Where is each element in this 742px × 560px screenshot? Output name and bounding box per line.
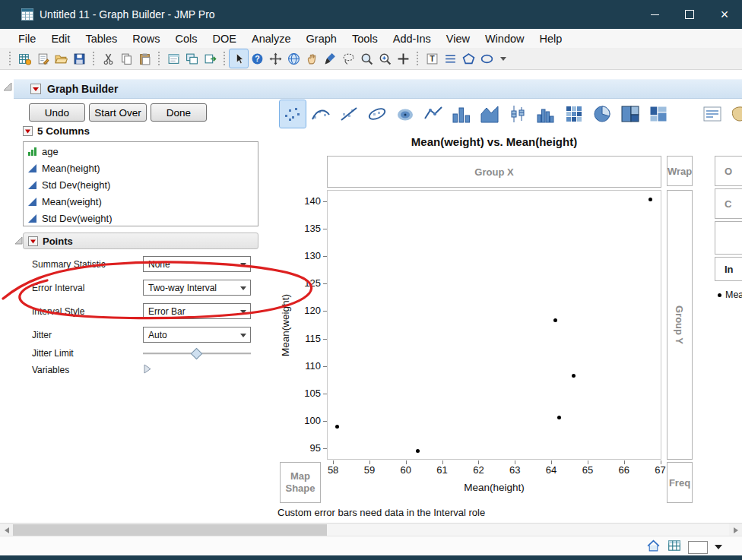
y-tick-mark — [323, 421, 327, 422]
y-tick-mark — [323, 201, 327, 202]
y-tick-mark — [323, 256, 327, 257]
x-tick-label: 67 — [649, 464, 672, 476]
x-tick-mark — [369, 460, 370, 464]
zone-label: Map Shape — [281, 470, 320, 495]
x-tick-mark — [406, 460, 407, 464]
home-icon[interactable] — [646, 539, 661, 555]
chart-area: Mean(weight) vs. Mean(height) Group X Wr… — [0, 0, 742, 560]
x-tick-label: 65 — [576, 464, 599, 476]
drop-zone-right-clipped-4[interactable]: In — [715, 257, 742, 281]
zone-label: C — [725, 198, 731, 210]
window-box-button[interactable] — [688, 541, 708, 554]
zone-label: Wrap — [667, 166, 692, 177]
y-tick-label: 115 — [293, 333, 321, 344]
y-tick-label: 105 — [293, 388, 321, 399]
drop-zone-right-clipped-3[interactable] — [715, 221, 742, 255]
data-table-grid-icon[interactable] — [667, 539, 681, 555]
x-tick-mark — [588, 460, 588, 464]
drop-zone-group-y[interactable]: Group Y — [667, 190, 693, 460]
y-tick-mark — [323, 339, 327, 340]
legend-label: Mea — [725, 289, 742, 300]
y-tick-label: 95 — [293, 442, 321, 454]
zone-label: O — [725, 166, 732, 177]
x-tick-mark — [551, 460, 552, 464]
dropdown-arrow-icon[interactable] — [715, 545, 722, 549]
drop-zone-right-clipped-2[interactable]: C — [715, 188, 742, 219]
x-tick-label: 64 — [540, 464, 563, 476]
drop-zone-group-x[interactable]: Group X — [327, 156, 661, 188]
y-tick-mark — [323, 283, 327, 284]
data-point[interactable] — [557, 416, 561, 419]
drop-zone-wrap[interactable]: Wrap — [667, 156, 693, 186]
data-point[interactable] — [553, 318, 557, 322]
status-note: Custom error bars need data in the Inter… — [277, 507, 485, 518]
drop-zone-map-shape[interactable]: Map Shape — [280, 462, 321, 503]
y-tick-mark — [323, 394, 327, 394]
x-tick-label: 66 — [613, 464, 636, 476]
x-tick-label: 59 — [358, 464, 381, 476]
scroll-left-button[interactable] — [0, 524, 13, 536]
x-tick-label: 58 — [322, 464, 344, 476]
data-point[interactable] — [648, 198, 652, 201]
data-point[interactable] — [416, 449, 420, 453]
zone-label: Freq — [669, 477, 690, 489]
x-tick-label: 63 — [503, 464, 526, 476]
plot-area[interactable] — [327, 190, 661, 460]
x-tick-label: 62 — [467, 464, 490, 476]
scroll-right-button[interactable] — [729, 524, 742, 536]
arrow-left-icon — [5, 527, 9, 533]
jmp-window: Untitled 11 - Graph Builder - JMP Pro × … — [0, 0, 742, 560]
y-tick-label: 120 — [293, 305, 321, 316]
x-tick-mark — [478, 460, 479, 464]
x-tick-label: 60 — [395, 464, 417, 476]
horizontal-scrollbar[interactable] — [0, 523, 742, 536]
x-tick-mark — [442, 460, 443, 464]
y-axis-label: Mean(weight) — [280, 294, 291, 356]
scrollbar-thumb[interactable] — [13, 524, 327, 536]
legend-marker-icon — [718, 293, 721, 297]
y-tick-label: 100 — [293, 415, 321, 426]
legend-item: Mea — [718, 289, 742, 300]
zone-label: In — [725, 264, 734, 275]
drop-zone-right-clipped-1[interactable]: O — [715, 156, 742, 186]
status-bar — [0, 536, 742, 555]
y-tick-mark — [323, 448, 327, 449]
y-tick-mark — [323, 311, 327, 312]
x-tick-mark — [333, 460, 334, 464]
y-tick-label: 130 — [293, 250, 321, 261]
x-tick-label: 61 — [431, 464, 454, 476]
data-point[interactable] — [335, 425, 339, 429]
zone-label: Group X — [474, 166, 513, 178]
y-tick-mark — [323, 229, 327, 229]
y-tick-mark — [323, 366, 327, 367]
x-axis-label: Mean(height) — [327, 482, 661, 493]
data-point[interactable] — [572, 374, 576, 378]
x-tick-mark — [661, 460, 661, 464]
arrow-right-icon — [734, 527, 738, 533]
x-tick-mark — [624, 460, 625, 464]
y-tick-label: 125 — [293, 277, 321, 289]
window-edge-strip — [0, 555, 742, 560]
y-tick-label: 110 — [293, 360, 321, 372]
y-tick-label: 140 — [293, 195, 321, 207]
chart-title: Mean(weight) vs. Mean(height) — [327, 135, 661, 148]
zone-label: Group Y — [674, 305, 686, 344]
x-tick-mark — [515, 460, 515, 464]
y-tick-label: 135 — [293, 223, 321, 234]
